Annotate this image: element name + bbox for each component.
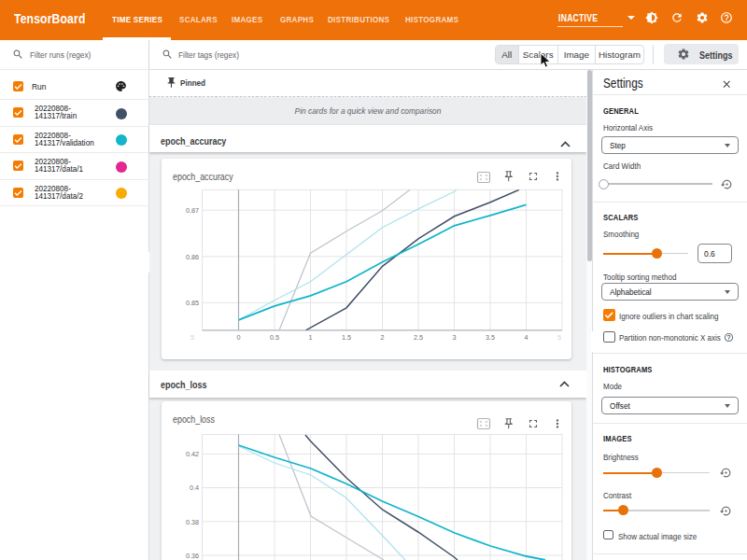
svg-text:1: 1: [309, 333, 313, 342]
svg-text:2.5: 2.5: [414, 333, 423, 342]
svg-text:2: 2: [380, 333, 384, 342]
svg-text:0.38: 0.38: [186, 518, 199, 526]
svg-text:3.5: 3.5: [486, 333, 495, 342]
svg-text:3: 3: [452, 333, 456, 342]
svg-text:0.85: 0.85: [186, 299, 199, 307]
svg-text:0.5: 0.5: [270, 333, 279, 342]
svg-text:5: 5: [557, 333, 561, 342]
svg-text:0.4: 0.4: [190, 483, 199, 492]
svg-text:0: 0: [237, 333, 241, 342]
svg-text:0.87: 0.87: [186, 206, 199, 215]
svg-text:4: 4: [524, 333, 528, 342]
svg-text:0.42: 0.42: [186, 450, 199, 458]
svg-text:0.86: 0.86: [186, 253, 199, 261]
svg-text:5: 5: [190, 333, 194, 342]
svg-text:1.5: 1.5: [342, 333, 351, 342]
svg-text:0.36: 0.36: [186, 552, 199, 560]
